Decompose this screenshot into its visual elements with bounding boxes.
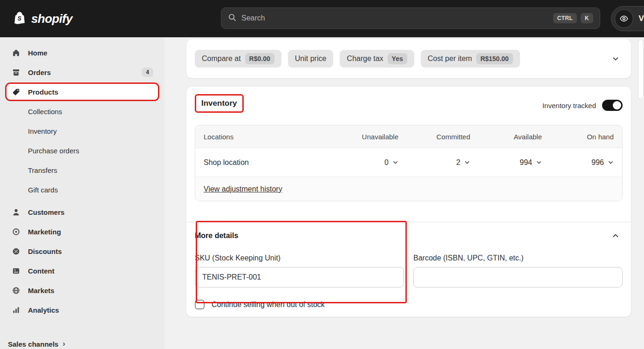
eye-icon xyxy=(615,9,633,28)
scrollbar-thumb[interactable] xyxy=(638,40,643,99)
barcode-label: Barcode (ISBN, UPC, GTIN, etc.) xyxy=(413,254,623,262)
sidebar-item-label: Discounts xyxy=(28,247,62,255)
chevron-right-icon: › xyxy=(62,340,65,348)
orders-icon xyxy=(11,68,21,77)
chevron-down-icon xyxy=(392,159,398,165)
global-search-bar[interactable]: Search CTRL K xyxy=(221,7,600,29)
shopify-logo[interactable]: S shopify xyxy=(12,10,72,27)
committed-qty-dropdown[interactable]: 2 xyxy=(456,158,470,167)
view-button-label: View xyxy=(639,14,644,23)
sidebar-item-content[interactable]: Content xyxy=(7,263,158,279)
more-details-fields: SKU (Stock Keeping Unit) Barcode (ISBN, … xyxy=(195,254,623,287)
sku-input[interactable] xyxy=(195,267,404,287)
sidebar-item-label: Content xyxy=(28,267,55,275)
view-button[interactable]: View xyxy=(611,6,644,31)
cost-per-item-pill[interactable]: Cost per item R$150.00 xyxy=(421,50,520,68)
sidebar-item-label: Gift cards xyxy=(28,186,58,194)
inventory-tracked-label: Inventory tracked xyxy=(542,102,596,109)
inventory-header: Inventory Inventory tracked xyxy=(195,94,623,113)
sidebar-item-label: Purchase orders xyxy=(28,147,79,155)
sidebar-item-collections[interactable]: Collections xyxy=(7,103,158,119)
location-name: Shop location xyxy=(195,158,335,167)
inventory-tracked-toggle[interactable] xyxy=(602,100,623,111)
discounts-icon xyxy=(11,246,21,256)
available-qty: 994 xyxy=(520,158,532,167)
barcode-field-group: Barcode (ISBN, UPC, GTIN, etc.) xyxy=(413,254,623,287)
more-details-section: More details SKU (Stock Keeping Unit) Ba… xyxy=(186,222,631,309)
sales-channels-toggle[interactable]: Sales channels › xyxy=(8,340,65,348)
sidebar-item-label: Customers xyxy=(28,208,64,216)
pricing-pills: Compare at R$0.00 Unit price Charge tax … xyxy=(195,50,520,68)
adjustment-history-row: View adjustment history xyxy=(195,177,622,201)
continue-selling-checkbox[interactable] xyxy=(195,300,205,309)
cost-per-item-value: R$150.00 xyxy=(476,53,513,64)
sku-label: SKU (Stock Keeping Unit) xyxy=(195,254,404,262)
customers-icon xyxy=(11,207,21,217)
sales-channels-label: Sales channels xyxy=(8,340,58,348)
sidebar-item-marketing[interactable]: Marketing xyxy=(7,224,158,240)
sidebar-item-orders[interactable]: Orders 4 xyxy=(7,64,158,80)
sidebar-item-discounts[interactable]: Discounts xyxy=(7,243,158,259)
sidebar-item-label: Marketing xyxy=(28,228,61,236)
pill-label: Unit price xyxy=(295,55,327,63)
main-content: Compare at R$0.00 Unit price Charge tax … xyxy=(164,37,644,349)
search-placeholder: Search xyxy=(241,14,549,22)
markets-globe-icon xyxy=(11,286,21,295)
sidebar-item-markets[interactable]: Markets xyxy=(7,282,158,298)
pricing-card: Compare at R$0.00 Unit price Charge tax … xyxy=(186,39,631,78)
sidebar-item-customers[interactable]: Customers xyxy=(7,204,158,220)
sidebar-item-products[interactable]: Products xyxy=(7,84,158,100)
search-icon xyxy=(228,13,237,24)
charge-tax-pill[interactable]: Charge tax Yes xyxy=(340,50,414,68)
committed-qty: 2 xyxy=(456,158,460,167)
sidebar-item-transfers[interactable]: Transfers xyxy=(7,162,158,178)
sidebar-item-label: Inventory xyxy=(28,127,57,135)
pill-label: Charge tax xyxy=(347,55,383,63)
compare-at-pill[interactable]: Compare at R$0.00 xyxy=(195,50,281,68)
sidebar-item-home[interactable]: Home xyxy=(7,45,158,61)
analytics-bars-icon xyxy=(11,305,21,315)
svg-text:S: S xyxy=(18,15,22,22)
inventory-table-header: Locations Unavailable Committed Availabl… xyxy=(195,125,622,148)
sidebar-item-inventory[interactable]: Inventory xyxy=(7,123,158,139)
view-adjustment-history-link[interactable]: View adjustment history xyxy=(204,185,282,193)
pricing-collapse-button[interactable] xyxy=(609,52,623,66)
sidebar-item-purchase-orders[interactable]: Purchase orders xyxy=(7,143,158,158)
unit-price-pill[interactable]: Unit price xyxy=(288,50,334,68)
chevron-down-icon xyxy=(536,159,542,165)
col-header-unavailable: Unavailable xyxy=(335,133,407,141)
sidebar-item-label: Orders xyxy=(28,68,51,76)
sidebar-item-label: Home xyxy=(28,49,48,57)
kbd-k: K xyxy=(581,13,593,23)
sidebar-item-label: Products xyxy=(28,88,58,96)
kbd-ctrl: CTRL xyxy=(553,13,577,23)
sidebar-item-gift-cards[interactable]: Gift cards xyxy=(7,182,158,198)
more-details-title: More details xyxy=(195,232,238,240)
compare-at-value: R$0.00 xyxy=(245,53,274,64)
sidebar-item-analytics[interactable]: Analytics xyxy=(7,302,158,318)
annotation-box-inventory: Inventory xyxy=(195,94,244,113)
unavailable-qty: 0 xyxy=(384,158,389,167)
col-header-locations: Locations xyxy=(195,133,335,141)
continue-selling-row: Continue selling when out of stock xyxy=(195,300,623,309)
toggle-knob xyxy=(613,101,621,109)
available-qty-dropdown[interactable]: 994 xyxy=(520,158,542,167)
chevron-down-icon xyxy=(464,159,470,165)
on-hand-qty-dropdown[interactable]: 996 xyxy=(591,158,614,167)
chevron-down-icon xyxy=(608,159,614,165)
products-tag-icon xyxy=(11,87,21,96)
pill-label: Cost per item xyxy=(428,55,472,63)
col-header-committed: Committed xyxy=(407,133,479,141)
charge-tax-value: Yes xyxy=(388,53,407,64)
sidebar-item-label: Analytics xyxy=(28,306,59,314)
more-details-collapse-button[interactable] xyxy=(609,229,623,243)
topbar: S shopify Search CTRL K View xyxy=(0,0,644,37)
chevron-up-icon xyxy=(612,232,619,240)
more-details-header: More details xyxy=(195,229,623,243)
barcode-input[interactable] xyxy=(413,267,623,287)
shopify-bag-icon: S xyxy=(12,10,27,27)
inventory-table: Locations Unavailable Committed Availabl… xyxy=(195,125,623,201)
inventory-section-title: Inventory xyxy=(201,99,237,108)
orders-count-badge: 4 xyxy=(142,68,153,77)
unavailable-qty-dropdown[interactable]: 0 xyxy=(384,158,398,167)
